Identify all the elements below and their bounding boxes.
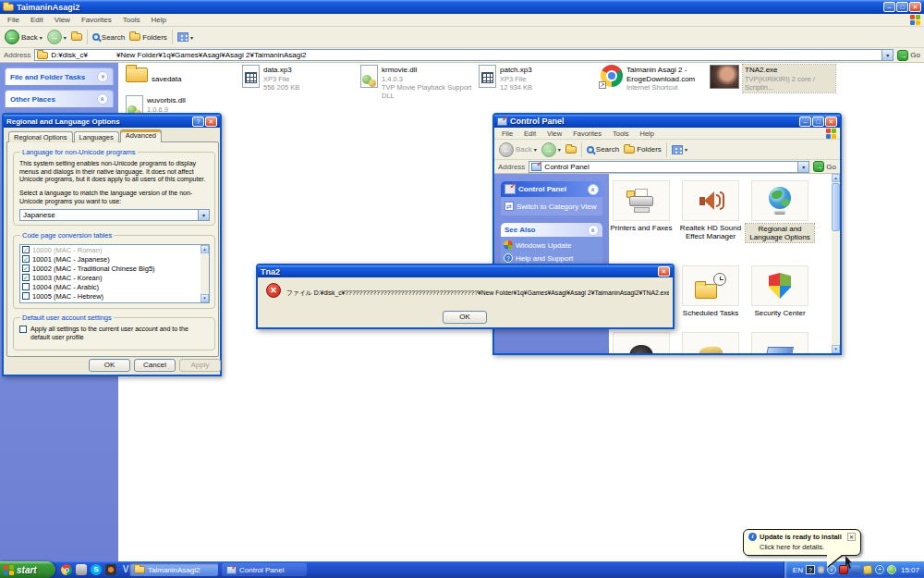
codepage-row[interactable]: 10004 (MAC - Arabic) <box>20 282 209 291</box>
update-notification-balloon[interactable]: Update is ready to install Click here fo… <box>743 529 861 556</box>
file-krmovie-dll[interactable]: krmovie.dll 1.4.0.3 TVP Movie Playback S… <box>360 65 479 100</box>
quick-launch-skype-icon[interactable] <box>91 564 102 575</box>
menu-favorites[interactable]: Favorites <box>76 14 117 26</box>
tab-advanced[interactable]: Advanced <box>120 129 162 142</box>
help-support-link[interactable]: Help and Support <box>504 253 600 263</box>
dropdown-icon[interactable] <box>198 210 209 220</box>
views-button[interactable] <box>177 32 193 42</box>
taskbar-item-taimanin[interactable]: TaimaninAsagi2 <box>129 563 218 576</box>
tray-notes-icon[interactable] <box>862 565 872 575</box>
cp-forward-button[interactable] <box>541 142 561 157</box>
cp-menu-view[interactable]: View <box>541 128 567 140</box>
folders-button[interactable]: Folders <box>129 33 167 42</box>
quick-launch-app-icon[interactable] <box>105 564 116 575</box>
close-button[interactable] <box>205 117 217 127</box>
control-panel-titlebar[interactable]: Control Panel <box>494 115 840 128</box>
file-data-xp3[interactable]: data.xp3 XP3 File 556 205 KB <box>242 65 360 92</box>
checkbox-checked-icon[interactable] <box>22 264 30 272</box>
quick-launch-chrome-icon[interactable] <box>61 564 72 575</box>
printers-faxes-label[interactable]: Printers and Faxes <box>607 224 675 232</box>
checkbox-checked-icon[interactable] <box>22 274 30 281</box>
cp-menu-tools[interactable]: Tools <box>607 128 635 140</box>
tab-languages[interactable]: Languages <box>74 131 119 142</box>
codepage-row[interactable]: 10002 (MAC - Traditional Chinese Big5) <box>20 264 209 273</box>
tray-app-icon[interactable] <box>875 565 884 574</box>
cp-back-button[interactable]: Back <box>499 142 537 157</box>
file-tna2-exe[interactable]: TNA2.exe TVP(KIRIKIRI) 2 core / Scriptin… <box>710 65 839 92</box>
chevron-up-icon[interactable] <box>588 225 599 236</box>
scroll-down-icon[interactable] <box>832 345 840 353</box>
regional-options-item[interactable] <box>751 180 808 221</box>
menu-file[interactable]: File <box>2 14 25 26</box>
chevron-down-icon[interactable] <box>97 71 108 82</box>
start-button[interactable]: start <box>0 561 55 578</box>
tray-antivirus-icon[interactable] <box>887 565 896 574</box>
cp-menu-file[interactable]: File <box>496 128 518 140</box>
tray-volume-icon[interactable] <box>818 566 824 573</box>
menu-help[interactable]: Help <box>145 14 171 26</box>
file-patch-xp3[interactable]: patch.xp3 XP3 File 12 934 KB <box>479 65 597 92</box>
cp-up-button[interactable] <box>565 146 577 154</box>
explorer-titlebar[interactable]: TaimaninAsagi2 <box>0 0 924 14</box>
back-button[interactable]: Back <box>5 30 43 44</box>
cp-address-input[interactable]: Control Panel <box>529 161 809 173</box>
address-input[interactable]: D:¥disk_c¥ ¥New Folder¥1q¥Games¥Asagi¥As… <box>34 49 894 61</box>
other-places-panel[interactable]: Other Places <box>5 90 114 107</box>
forward-button[interactable] <box>47 30 67 44</box>
address-dropdown-icon[interactable] <box>881 50 893 60</box>
checkbox-checked-icon[interactable] <box>22 246 30 253</box>
go-button[interactable]: Go <box>897 50 920 61</box>
balloon-body[interactable]: Click here for details. <box>760 543 856 551</box>
close-button[interactable] <box>825 117 837 127</box>
menu-edit[interactable]: Edit <box>25 14 49 26</box>
language-select[interactable]: Japanese <box>19 209 210 221</box>
file-folder-tasks-panel[interactable]: File and Folder Tasks <box>5 68 114 85</box>
menu-view[interactable]: View <box>49 14 76 26</box>
codepage-row[interactable]: 10005 (MAC - Hebrew) <box>20 291 209 301</box>
chevron-up-icon[interactable] <box>588 184 599 195</box>
minimize-button[interactable] <box>883 2 895 12</box>
taskbar-item-control-panel[interactable]: Control Panel <box>222 563 307 576</box>
scroll-up-icon[interactable] <box>832 174 840 182</box>
codepage-row[interactable]: 10001 (MAC - Japanese) <box>20 254 209 264</box>
file-savedata[interactable]: savedata <box>126 68 244 85</box>
apply-settings-checkbox[interactable] <box>19 326 27 333</box>
back-dropdown-icon[interactable] <box>40 33 43 42</box>
help-button[interactable] <box>192 117 204 127</box>
menu-tools[interactable]: Tools <box>117 14 146 26</box>
partial-icon-item[interactable] <box>613 332 670 353</box>
restore-button[interactable] <box>896 2 908 12</box>
regional-dialog-titlebar[interactable]: Regional and Language Options <box>4 115 220 128</box>
printers-faxes-item[interactable] <box>613 180 670 221</box>
ok-button[interactable]: OK <box>89 359 130 372</box>
checkbox-unchecked-icon[interactable] <box>22 292 30 300</box>
cp-views-button[interactable] <box>672 145 687 154</box>
up-button[interactable] <box>71 33 82 41</box>
tray-language-indicator[interactable]: EN <box>793 566 803 574</box>
cp-go-button[interactable]: Go <box>813 161 836 172</box>
scheduled-tasks-label[interactable]: Scheduled Tasks <box>676 309 745 317</box>
codepage-row[interactable]: 10003 (MAC - Korean) <box>20 273 209 282</box>
balloon-close-icon[interactable] <box>847 533 856 541</box>
regional-options-label[interactable]: Regional and Language Options <box>746 224 814 242</box>
codepage-listbox[interactable]: 10000 (MAC - Roman) 10001 (MAC - Japanes… <box>19 244 210 303</box>
error-ok-button[interactable]: OK <box>443 311 487 324</box>
cp-search-button[interactable]: Search <box>587 145 619 154</box>
security-center-item[interactable] <box>751 265 808 306</box>
tab-regional-options[interactable]: Regional Options <box>8 131 73 142</box>
partial-icon-item[interactable] <box>751 332 808 353</box>
quick-launch-app-icon[interactable] <box>76 564 87 575</box>
address-dropdown-icon[interactable] <box>797 162 808 172</box>
tray-keyboard-icon[interactable] <box>806 565 815 574</box>
cp-menu-help[interactable]: Help <box>635 128 660 140</box>
cancel-button[interactable]: Cancel <box>134 359 176 372</box>
scheduled-tasks-item[interactable] <box>682 265 739 306</box>
apply-button[interactable]: Apply <box>179 359 221 372</box>
tray-clock[interactable]: 15:07 <box>901 566 919 574</box>
scrollbar[interactable] <box>832 174 840 353</box>
close-button[interactable] <box>658 266 670 277</box>
cp-menu-edit[interactable]: Edit <box>518 128 541 140</box>
partial-icon-item[interactable] <box>682 332 739 353</box>
error-dialog-titlebar[interactable]: Tna2 <box>258 265 673 277</box>
search-button[interactable]: Search <box>92 33 125 42</box>
